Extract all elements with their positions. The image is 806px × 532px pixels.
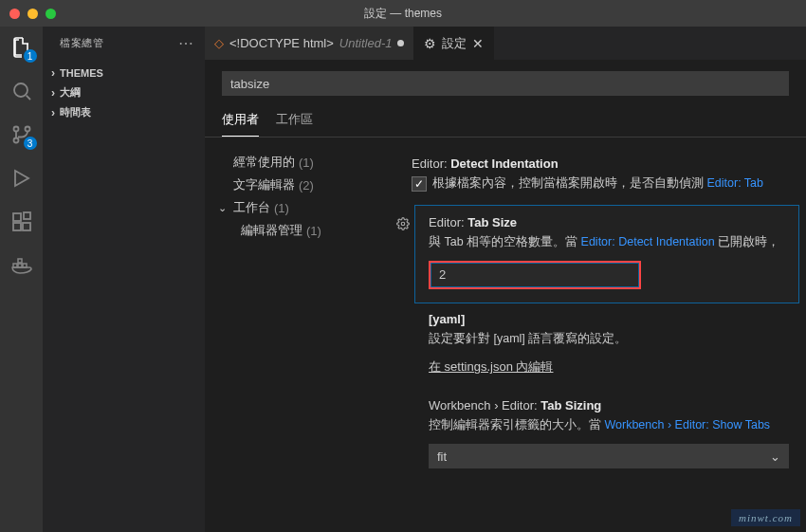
chevron-down-icon: ⌄: [770, 449, 780, 464]
explorer-badge: 1: [24, 49, 37, 63]
tab-bar: ◇ <!DOCTYPE html> Untitled-1 ⚙ 設定 ✕: [205, 27, 806, 60]
svg-point-12: [401, 222, 405, 226]
maximize-window-button[interactable]: [46, 9, 56, 19]
svg-point-3: [25, 127, 29, 132]
settings-search: [222, 71, 789, 96]
setting-title: Editor: Tab Size: [429, 215, 785, 229]
chevron-right-icon: ›: [46, 106, 60, 119]
svg-rect-11: [18, 259, 22, 263]
select-value: fit: [437, 449, 447, 464]
setting-input-wrapper: [429, 261, 785, 289]
docker-icon: [10, 254, 33, 277]
tab-label: 設定: [442, 35, 467, 52]
setting-tab-sizing: Workbench › Editor: Tab Sizing 控制編輯器索引標籤…: [398, 389, 802, 482]
minimize-window-button[interactable]: [27, 9, 38, 19]
gear-icon[interactable]: [396, 217, 410, 233]
activity-docker[interactable]: [9, 252, 35, 279]
setting-row: ✓ 根據檔案內容，控制當檔案開啟時，是否自動偵測 Editor: Tab: [412, 174, 789, 193]
setting-yaml-override: [yaml] 設定要針對 [yaml] 語言覆寫的設定。 在 settings.…: [398, 303, 802, 390]
toc-count: (2): [299, 178, 314, 193]
svg-point-2: [13, 138, 18, 143]
setting-description: 與 Tab 相等的空格數量。當 Editor: Detect Indentati…: [429, 233, 785, 251]
setting-tab-size: Editor: Tab Size 與 Tab 相等的空格數量。當 Editor:…: [415, 206, 798, 303]
tab-sizing-select[interactable]: fit ⌄: [429, 444, 789, 468]
sidebar-more-icon[interactable]: ⋯: [178, 34, 194, 52]
edit-in-settings-json-link[interactable]: 在 settings.json 內編輯: [429, 358, 554, 376]
scm-badge: 3: [24, 137, 37, 150]
html-file-icon: ◇: [214, 36, 224, 50]
svg-rect-4: [13, 213, 21, 221]
activity-explorer[interactable]: 1: [9, 34, 35, 61]
chevron-right-icon: ›: [46, 66, 60, 80]
tab-settings[interactable]: ⚙ 設定 ✕: [414, 27, 494, 60]
setting-title: Editor: Detect Indentation: [412, 156, 789, 171]
setting-description: 控制編輯器索引標籤的大小。當 Workbench › Editor: Show …: [429, 416, 789, 434]
tab-untitled-file[interactable]: ◇ <!DOCTYPE html> Untitled-1: [205, 27, 414, 60]
extensions-icon: [10, 211, 33, 233]
toc-workbench[interactable]: ⌄ 工作台 (1): [212, 196, 387, 219]
window-controls: [0, 9, 56, 19]
sidebar-section-timeline[interactable]: › 時間表: [43, 102, 205, 122]
toc-label: 工作台: [233, 199, 270, 216]
toc-label: 文字編輯器: [233, 176, 295, 193]
settings-search-input[interactable]: [222, 71, 789, 96]
settings-scope-tabs: 使用者 工作區: [205, 105, 806, 138]
toc-count: (1): [274, 201, 289, 215]
settings-columns: 經常使用的 (1) 文字編輯器 (2) ⌄ 工作台 (1) 編輯器管理 (1: [205, 138, 806, 532]
settings-toc: 經常使用的 (1) 文字編輯器 (2) ⌄ 工作台 (1) 編輯器管理 (1: [205, 138, 394, 532]
setting-title: [yaml]: [429, 312, 789, 326]
section-label: 大綱: [60, 85, 81, 100]
title-bar: 設定 — themes: [0, 0, 806, 27]
close-window-button[interactable]: [9, 9, 20, 19]
sidebar-sections: › THEMES › 大綱 › 時間表: [43, 60, 205, 126]
watermark: minwt.com: [731, 509, 800, 526]
window-title: 設定 — themes: [364, 6, 442, 22]
search-icon: [10, 80, 33, 102]
settings-editor: 使用者 工作區 經常使用的 (1) 文字編輯器 (2) ⌄ 工作台: [205, 60, 806, 532]
play-bug-icon: [10, 167, 33, 190]
setting-title: Workbench › Editor: Tab Sizing: [429, 398, 789, 413]
toc-count: (1): [299, 156, 314, 170]
tab-sublabel: Untitled-1: [339, 36, 393, 50]
setting-link-ref[interactable]: Editor: Tab: [706, 176, 763, 190]
setting-link-ref[interactable]: Workbench › Editor: Show Tabs: [604, 418, 770, 431]
svg-rect-7: [24, 212, 30, 219]
close-tab-icon[interactable]: ✕: [472, 36, 484, 51]
checkbox[interactable]: ✓: [412, 176, 427, 192]
sidebar-title: 檔案總管: [60, 36, 103, 50]
chevron-right-icon: ›: [46, 86, 60, 100]
dirty-indicator-icon: [397, 40, 404, 46]
sidebar: 檔案總管 ⋯ › THEMES › 大綱 › 時間表: [43, 27, 205, 532]
toc-label: 經常使用的: [233, 154, 295, 171]
activity-extensions[interactable]: [9, 209, 35, 235]
svg-point-1: [13, 127, 18, 132]
activity-source-control[interactable]: 3: [9, 121, 35, 148]
tab-size-input[interactable]: [430, 263, 639, 287]
scope-tab-user[interactable]: 使用者: [222, 105, 259, 137]
editor-area: ◇ <!DOCTYPE html> Untitled-1 ⚙ 設定 ✕ 使用者 …: [205, 27, 806, 532]
chevron-down-icon: ⌄: [218, 202, 233, 214]
setting-detect-indentation: Editor: Detect Indentation ✓ 根據檔案內容，控制當檔…: [398, 147, 802, 206]
toc-count: (1): [306, 224, 321, 238]
scope-tab-workspace[interactable]: 工作區: [276, 105, 313, 137]
activity-search[interactable]: [9, 78, 35, 104]
activity-run-debug[interactable]: [9, 165, 35, 192]
sidebar-section-outline[interactable]: › 大綱: [43, 83, 205, 102]
toc-label: 編輯器管理: [241, 222, 302, 239]
svg-rect-6: [23, 223, 30, 230]
setting-description: 設定要針對 [yaml] 語言覆寫的設定。: [429, 330, 789, 348]
sidebar-header: 檔案總管 ⋯: [43, 27, 205, 60]
toc-common[interactable]: 經常使用的 (1): [212, 151, 387, 174]
activity-bar: 1 3: [0, 27, 43, 532]
toc-editor-management[interactable]: 編輯器管理 (1): [212, 219, 387, 242]
section-label: THEMES: [60, 67, 103, 79]
section-label: 時間表: [60, 105, 91, 119]
settings-list[interactable]: Editor: Detect Indentation ✓ 根據檔案內容，控制當檔…: [394, 138, 806, 532]
sidebar-section-themes[interactable]: › THEMES: [43, 64, 205, 83]
setting-description: 根據檔案內容，控制當檔案開啟時，是否自動偵測 Editor: Tab: [432, 174, 763, 193]
setting-link-ref[interactable]: Editor: Detect Indentation: [581, 235, 715, 248]
svg-point-0: [14, 83, 27, 97]
main-area: 1 3 檔案總管 ⋯ › THEMES ›: [0, 27, 806, 532]
toc-text-editor[interactable]: 文字編輯器 (2): [212, 174, 387, 196]
svg-rect-5: [13, 223, 21, 230]
